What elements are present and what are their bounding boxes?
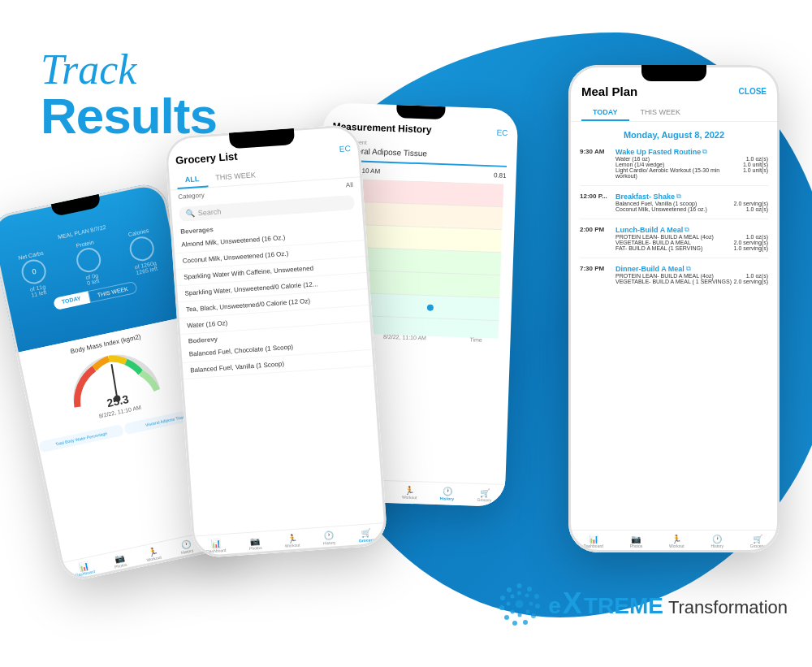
meal-divider-2 (580, 219, 768, 219)
nav-workout-p1[interactable]: 🏃 Workout (145, 546, 162, 562)
search-icon: 🔍 (185, 210, 195, 219)
logo-area: e X TREME Transformation (497, 582, 788, 626)
nav-history-p3[interactable]: 🕐 History (710, 535, 723, 548)
meal-plan-tabs: TODAY THIS WEEK (568, 105, 780, 122)
meal-item-4-1-qty: 2.0 serving(s) (734, 279, 768, 284)
meal-item-1-0-qty: 1.0 oz(s) (746, 156, 768, 162)
meal-item-4-0-qty: 1.0 oz(s) (746, 273, 768, 279)
bottom-nav-p3: 📊 Dashboard 📷 Photos 🏃 Workout 🕐 History… (568, 530, 780, 552)
svg-point-37 (517, 591, 521, 596)
svg-text:45: 45 (150, 395, 158, 401)
svg-point-32 (512, 621, 517, 626)
meal-item-4-0-name: PROTEIN LEAN- BUILD A MEAL (4oz) (615, 273, 746, 279)
phone-notch-3 (641, 65, 706, 81)
svg-point-36 (507, 587, 512, 592)
meal-time-1: 9:30 AM (580, 148, 612, 179)
meal-name-4: Dinner-Build A Meal (615, 265, 685, 273)
svg-point-38 (525, 594, 529, 598)
track-text: Track (41, 49, 217, 91)
svg-point-28 (534, 594, 539, 599)
meal-item-3-1-name: VEGETABLE- BUILD A MEAL (615, 240, 734, 245)
logo-transformation: Transformation (668, 597, 788, 618)
svg-point-40 (526, 610, 530, 614)
meal-divider-3 (580, 258, 768, 258)
nav-dashboard-p2[interactable]: 📊 Dashboard (205, 539, 227, 554)
phone-notch-mh (396, 105, 446, 119)
meal-block-4: 7:30 PM Dinner-Build A Meal ⧉ PROTEIN LE… (568, 262, 780, 288)
nav-grocery-p2[interactable]: 🛒 Grocery (358, 528, 374, 543)
nav-photos-p2[interactable]: 📷 Photos (248, 536, 262, 551)
logo-treme: TREME (584, 593, 663, 619)
svg-point-41 (518, 613, 522, 617)
meal-item-1-2-name: Light Cardio/ Aerobic Workout (15-30 min… (615, 167, 743, 179)
nav-history-p2[interactable]: 🕐 History (322, 531, 336, 546)
meal-item-2-1-qty: 1.0 oz(s) (746, 206, 768, 212)
tab-today-p1[interactable]: TODAY (53, 291, 90, 310)
svg-point-43 (507, 602, 511, 606)
tab-all[interactable]: ALL (176, 171, 208, 189)
meal-item-2-0-qty: 2.0 serving(s) (734, 201, 768, 206)
meal-block-1: 9:30 AM Wake Up Fasted Routine ⧉ Water (… (568, 145, 780, 182)
meal-name-2: Breakfast- Shake (615, 193, 675, 201)
meal-plan-close[interactable]: CLOSE (739, 87, 767, 96)
nav-dashboard-p3[interactable]: 📊 Dashboard (583, 535, 603, 548)
svg-point-39 (529, 602, 533, 606)
meal-item-3-2-name: FAT- BUILD A MEAL (1 SERVING) (615, 245, 734, 251)
nav-grocery-mh[interactable]: 🛒 Grocery (477, 488, 491, 503)
meal-item-2-1-name: Coconut Milk, Unsweetened (16 oz.) (615, 206, 746, 212)
meal-item-3-1-qty: 2.0 serving(s) (734, 240, 768, 245)
meal-block-2: 12:00 P... Breakfast- Shake ⧉ Balanced F… (568, 189, 780, 215)
nav-workout-p2[interactable]: 🏃 Workout (284, 534, 300, 548)
meal-item-3-0-name: PROTEIN LEAN- BUILD A MEAL (4oz) (615, 234, 746, 240)
svg-point-27 (527, 587, 532, 591)
meal-time-4: 7:30 PM (580, 265, 612, 284)
logo-x: X (563, 589, 582, 618)
headline-container: Track Results (41, 49, 217, 141)
nav-grocery-p3[interactable]: 🛒 Grocery (750, 535, 765, 548)
svg-point-31 (523, 620, 528, 625)
nav-photos-p1[interactable]: 📷 Photos (112, 553, 127, 570)
meal-item-2-0-name: Balanced Fuel, Vanilla (1 scoop) (615, 201, 734, 206)
bottom-nav-p2: 📊 Dashboard 📷 Photos 🏃 Workout 🕐 History… (192, 522, 387, 559)
nav-workout-p3[interactable]: 🏃 Workout (669, 535, 685, 548)
svg-point-34 (499, 605, 504, 610)
meal-item-3-2-qty: 1.0 serving(s) (734, 245, 768, 251)
meal-link-icon-3: ⧉ (685, 226, 689, 234)
meal-divider-1 (580, 185, 768, 186)
meal-block-3: 2:00 PM Lunch-Build A Meal ⧉ PROTEIN LEA… (568, 223, 780, 254)
svg-point-42 (511, 610, 515, 614)
svg-point-44 (511, 595, 515, 599)
protein-stat: Protein of 0g 0 left (72, 239, 106, 288)
meal-item-1-2-qty: 1.0 unit(s) (743, 167, 768, 179)
meal-item-1-1-qty: 1.0 unit(s) (743, 162, 768, 167)
meal-time-2: 12:00 P... (580, 193, 612, 212)
phone-grocery: Grocery List EC ALL THIS WEEK Category A… (164, 123, 388, 558)
logo-dots-icon (497, 582, 542, 626)
tab-today-p3[interactable]: TODAY (581, 105, 629, 121)
nav-dashboard-p1[interactable]: 📊 Dashboard (73, 560, 95, 578)
meal-item-4-1-name: VEGETABLE- BUILD A MEAL ( 1 SERVINGS) (615, 279, 734, 284)
meal-time-3: 2:00 PM (580, 226, 612, 251)
meal-link-icon-1: ⧉ (702, 148, 707, 156)
svg-text:14: 14 (77, 411, 84, 413)
tab-this-week-p3[interactable]: THIS WEEK (629, 105, 693, 121)
results-text: Results (41, 91, 217, 141)
meal-item-1-1-name: Lemon (1/4 wedge) (615, 162, 743, 167)
nav-workout-mh[interactable]: 🏃 Workout (402, 486, 417, 500)
meal-item-1-0-name: Water (16 oz) (615, 156, 746, 162)
svg-text:Time: Time (469, 336, 482, 343)
nav-history-mh[interactable]: 🕐 History (440, 487, 455, 501)
logo-text: e X TREME Transformation (548, 589, 788, 619)
svg-point-33 (504, 615, 509, 620)
meal-item-3-0-qty: 1.0 oz(s) (746, 234, 768, 240)
svg-point-29 (535, 604, 540, 609)
phone-meal-plan: Meal Plan CLOSE TODAY THIS WEEK Monday, … (568, 65, 780, 552)
meal-plan-title: Meal Plan (581, 84, 637, 98)
logo-e: e (548, 593, 561, 619)
meal-plan-date: Monday, August 8, 2022 (568, 125, 780, 145)
grocery-title: Grocery List (175, 150, 238, 167)
svg-point-30 (531, 613, 536, 618)
mh-reading: 0.81 (494, 171, 507, 180)
svg-point-35 (500, 596, 505, 600)
nav-photos-p3[interactable]: 📷 Photos (630, 535, 643, 548)
